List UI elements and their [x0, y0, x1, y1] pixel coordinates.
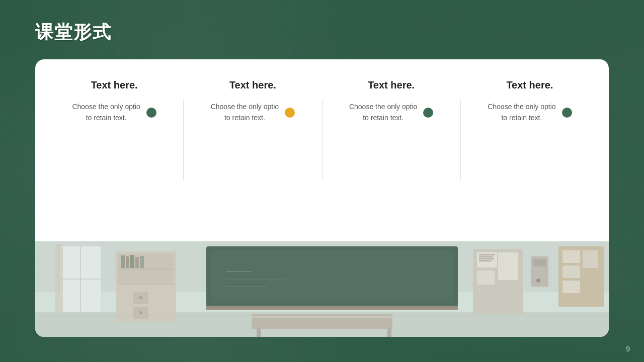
page-number: 9 [626, 345, 630, 353]
classroom-svg [35, 241, 609, 337]
columns-area: Text here. Choose the only optio to reta… [35, 59, 609, 195]
main-card: Text here. Choose the only optio to reta… [35, 59, 609, 337]
column-4: Text here. Choose the only optio to reta… [461, 74, 599, 129]
classroom-image [35, 241, 609, 337]
col1-title: Text here. [91, 79, 138, 91]
col3-text: Choose the only optio to retain text. [349, 101, 417, 124]
page-title: 课堂形式 [35, 20, 112, 45]
col3-body-row: Choose the only optio to retain text. [349, 101, 433, 124]
col2-body-row: Choose the only optio to retain text. [211, 101, 295, 124]
col4-text: Choose the only optio to retain text. [488, 101, 555, 124]
col1-text: Choose the only optio to retain text. [72, 101, 140, 124]
col1-body-row: Choose the only optio to retain text. [72, 101, 156, 124]
column-1: Text here. Choose the only optio to reta… [45, 74, 183, 129]
col4-body-row: Choose the only optio to retain text. [488, 101, 572, 124]
col4-title: Text here. [506, 79, 553, 91]
svg-rect-47 [35, 241, 609, 337]
col3-dot [423, 108, 433, 118]
col1-dot [146, 108, 156, 118]
col2-text: Choose the only optio to retain text. [211, 101, 279, 124]
col3-title: Text here. [368, 79, 415, 91]
col2-title: Text here. [229, 79, 276, 91]
col2-dot [285, 108, 295, 118]
col4-dot [562, 108, 572, 118]
column-3: Text here. Choose the only optio to reta… [323, 74, 460, 129]
column-2: Text here. Choose the only optio to reta… [184, 74, 321, 129]
